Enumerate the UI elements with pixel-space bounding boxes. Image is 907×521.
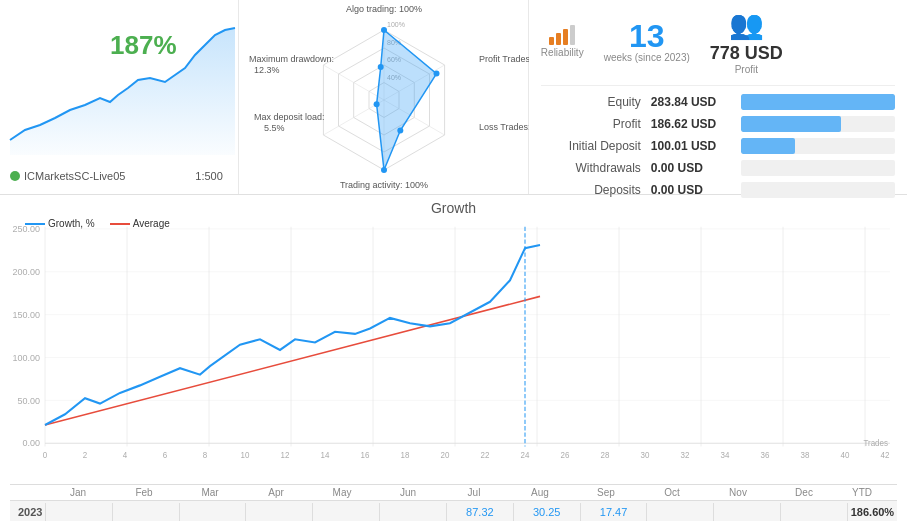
month-jun: Jun (375, 485, 441, 500)
year-cell-mar (179, 503, 246, 521)
svg-text:18: 18 (401, 450, 410, 460)
svg-text:10: 10 (241, 450, 250, 460)
legend-label-growth: Growth, % (48, 218, 95, 229)
svg-text:14: 14 (321, 450, 330, 460)
year-label: 2023 (10, 506, 45, 518)
year-cell-apr (245, 503, 312, 521)
top-section: 187% ICMarketsSC-Live05 1:500 (0, 0, 907, 195)
year-cells: 87.32 30.25 17.47 186.60% (45, 503, 897, 521)
reliability-label: Reliability (541, 47, 584, 58)
year-cell-jul: 87.32 (446, 503, 513, 521)
year-cell-jan (45, 503, 112, 521)
legend-item-growth: Growth, % (25, 218, 95, 229)
account-name: ICMarketsSC-Live05 (24, 170, 125, 182)
metric-value-withdrawals: 0.00 USD (651, 161, 741, 175)
growth-svg: 250.00 200.00 150.00 100.00 50.00 0.00 (10, 216, 897, 484)
month-oct: Oct (639, 485, 705, 500)
svg-text:42: 42 (881, 450, 890, 460)
month-aug: Aug (507, 485, 573, 500)
month-mar: Mar (177, 485, 243, 500)
profit-info-block: 👥 778 USD Profit (710, 8, 783, 75)
metric-row-deposit: Initial Deposit 100.01 USD (541, 138, 895, 154)
year-cell-may (312, 503, 379, 521)
svg-text:150.00: 150.00 (13, 310, 40, 320)
metric-bar-container-withdrawals (741, 160, 895, 176)
year-cell-aug: 30.25 (513, 503, 580, 521)
weeks-label: weeks (since 2023) (604, 52, 690, 63)
legend-item-average: Average (110, 218, 170, 229)
svg-text:100.00: 100.00 (13, 352, 40, 362)
svg-text:36: 36 (761, 450, 770, 460)
svg-text:8: 8 (203, 450, 208, 460)
svg-text:Trades: Trades (863, 438, 888, 448)
month-feb: Feb (111, 485, 177, 500)
account-info: ICMarketsSC-Live05 (10, 170, 125, 182)
svg-point-17 (378, 64, 384, 70)
bottom-section: Growth Growth, % Average 250.00 200.00 (0, 195, 907, 521)
reliability-block: Reliability (541, 25, 584, 58)
month-jul: Jul (441, 485, 507, 500)
svg-text:32: 32 (681, 450, 690, 460)
month-ytd-label: YTD (837, 485, 887, 500)
svg-text:24: 24 (521, 450, 530, 460)
svg-text:34: 34 (721, 450, 730, 460)
svg-text:4: 4 (123, 450, 128, 460)
metric-row-profit: Profit 186.62 USD (541, 116, 895, 132)
year-cell-ytd: 186.60% (847, 503, 897, 521)
year-cell-oct (646, 503, 713, 521)
metric-row-equity: Equity 283.84 USD (541, 94, 895, 110)
r-bar-4 (570, 25, 575, 45)
radar-label-profit: Profit Trades: 72% (479, 54, 529, 64)
svg-point-14 (397, 128, 403, 134)
metrics-table: Equity 283.84 USD Profit 186.62 USD (541, 94, 895, 198)
metric-name-deposit: Initial Deposit (541, 139, 651, 153)
svg-text:6: 6 (163, 450, 168, 460)
svg-point-16 (373, 101, 379, 107)
metric-name-profit: Profit (541, 117, 651, 131)
metric-bar-container-equity (741, 94, 895, 110)
r-bar-2 (556, 33, 561, 45)
svg-text:12: 12 (281, 450, 290, 460)
metric-bar-deposit (741, 138, 795, 154)
metric-value-deposit: 100.01 USD (651, 139, 741, 153)
month-sep: Sep (573, 485, 639, 500)
main-container: 187% ICMarketsSC-Live05 1:500 (0, 0, 907, 521)
stats-right: Reliability 13 weeks (since 2023) 👥 778 … (529, 0, 907, 194)
radar-label-drawdown: Maximum drawdown: (249, 54, 334, 64)
radar-label-activity: Trading activity: 100% (340, 180, 428, 190)
metric-name-withdrawals: Withdrawals (541, 161, 651, 175)
metric-bar-equity (741, 94, 895, 110)
year-cell-jun (379, 503, 446, 521)
chart-legend: Growth, % Average (25, 218, 170, 229)
month-dec: Dec (771, 485, 837, 500)
radar-area: 100% 80% 60% 40% (239, 0, 529, 194)
svg-text:40: 40 (841, 450, 850, 460)
legend-dot-average (110, 223, 130, 225)
metric-bar-container-profit (741, 116, 895, 132)
svg-text:0.00: 0.00 (23, 438, 40, 448)
svg-text:38: 38 (801, 450, 810, 460)
svg-text:16: 16 (361, 450, 370, 460)
month-apr: Apr (243, 485, 309, 500)
metric-name-equity: Equity (541, 95, 651, 109)
profit-icon: 👥 (729, 8, 764, 41)
mini-chart-svg (0, 10, 240, 155)
metric-bar-profit (741, 116, 841, 132)
year-cell-dec (780, 503, 847, 521)
reliability-bars (549, 25, 575, 45)
leverage: 1:500 (195, 170, 223, 182)
radar-label-loss: Loss Trades: 28% (479, 122, 529, 132)
svg-point-12 (381, 27, 387, 33)
radar-label-deposit2: 5.5% (264, 123, 285, 133)
weeks-num: 13 (629, 20, 665, 52)
month-nov: Nov (705, 485, 771, 500)
radar-svg: 100% 80% 60% 40% (239, 0, 529, 195)
svg-text:200.00: 200.00 (13, 267, 40, 277)
status-dot (10, 171, 20, 181)
metric-value-profit: 186.62 USD (651, 117, 741, 131)
radar-label-deposit: Max deposit load: (254, 112, 325, 122)
month-jan: Jan (45, 485, 111, 500)
profit-value: 778 USD (710, 43, 783, 64)
r-bar-3 (563, 29, 568, 45)
month-may: May (309, 485, 375, 500)
